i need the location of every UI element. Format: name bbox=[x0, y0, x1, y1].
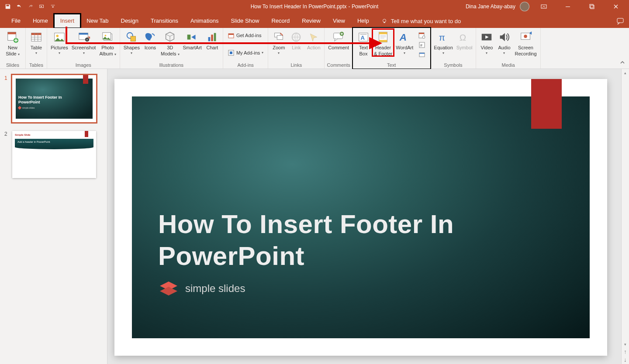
chevron-down-icon: ▾ bbox=[503, 51, 505, 55]
user-avatar[interactable] bbox=[520, 2, 529, 11]
svg-rect-17 bbox=[79, 33, 88, 35]
get-addins-button[interactable]: Get Add-ins bbox=[225, 31, 264, 40]
comment-button[interactable]: Comment bbox=[326, 29, 351, 51]
pictures-button[interactable]: Pictures▾ bbox=[49, 29, 70, 55]
slide-editor-pane[interactable]: How To Insert Footer In PowerPoint simpl… bbox=[107, 69, 621, 364]
maximize-button[interactable] bbox=[582, 0, 601, 13]
screen-recording-icon bbox=[519, 30, 533, 44]
tab-insert[interactable]: Insert bbox=[54, 14, 81, 28]
slide-logo[interactable]: simple slides bbox=[158, 280, 245, 297]
group-tables: Table ▾ Tables bbox=[26, 28, 47, 69]
3d-models-icon bbox=[163, 30, 177, 44]
redo-button[interactable] bbox=[25, 1, 36, 12]
svg-rect-40 bbox=[360, 34, 367, 34]
date-time-button[interactable] bbox=[416, 31, 428, 40]
slide-title-text[interactable]: How To Insert Footer In PowerPoint bbox=[158, 208, 454, 272]
text-box-button[interactable]: A Text Box bbox=[355, 29, 372, 56]
next-slide-button[interactable]: ⭣ bbox=[622, 356, 629, 364]
svg-rect-25 bbox=[187, 34, 191, 39]
collapse-ribbon-button[interactable] bbox=[619, 59, 626, 67]
svg-rect-42 bbox=[379, 32, 387, 34]
shapes-button[interactable]: Shapes▾ bbox=[122, 29, 142, 55]
slide-thumbnails-pane[interactable]: 1 How To Insert Footer In PowerPoint sim… bbox=[0, 69, 107, 364]
link-icon bbox=[289, 30, 303, 44]
tab-newtab[interactable]: New Tab bbox=[80, 14, 114, 28]
thumbnail-entry-2[interactable]: 2 Simple Slide Add a header in PowerPoin… bbox=[4, 131, 103, 178]
group-label-comments: Comments bbox=[327, 62, 350, 69]
svg-rect-54 bbox=[419, 53, 425, 54]
undo-button[interactable] bbox=[14, 1, 24, 12]
slide-thumbnail-2[interactable]: Simple Slide Add a header in PowerPoint bbox=[12, 131, 96, 178]
group-label-slides: Slides bbox=[6, 62, 19, 69]
prev-slide-button[interactable]: ⭡ bbox=[622, 348, 629, 356]
video-button[interactable]: Video▾ bbox=[478, 29, 495, 55]
group-addins: Get Add-ins My Add-ins ▾ Add-ins bbox=[223, 28, 268, 69]
svg-rect-3 bbox=[566, 7, 570, 7]
group-images: Pictures▾ Screenshot▾ Photo Album ▾ Imag… bbox=[47, 28, 120, 69]
scroll-up-button[interactable]: ▴ bbox=[622, 69, 629, 77]
start-from-beginning-button[interactable] bbox=[37, 1, 47, 12]
tab-view[interactable]: View bbox=[327, 14, 351, 28]
svg-rect-45 bbox=[380, 37, 386, 37]
tab-file[interactable]: File bbox=[5, 14, 27, 28]
scroll-track[interactable] bbox=[622, 77, 629, 340]
tab-slideshow[interactable]: Slide Show bbox=[225, 14, 265, 28]
lightbulb-icon bbox=[381, 18, 387, 24]
tab-review[interactable]: Review bbox=[296, 14, 327, 28]
header-footer-button[interactable]: Header & Footer bbox=[372, 29, 394, 56]
svg-rect-44 bbox=[380, 35, 386, 36]
svg-rect-26 bbox=[208, 37, 211, 41]
tab-design[interactable]: Design bbox=[115, 14, 145, 28]
tab-transitions[interactable]: Transitions bbox=[145, 14, 184, 28]
chevron-down-icon: ▾ bbox=[486, 51, 487, 55]
equation-icon: π bbox=[436, 30, 450, 44]
svg-point-22 bbox=[104, 34, 106, 36]
tab-record[interactable]: Record bbox=[265, 14, 296, 28]
3d-models-button[interactable]: 3D Models ▾ bbox=[159, 29, 181, 56]
chevron-down-icon: ▾ bbox=[278, 51, 280, 55]
zoom-button[interactable]: Zoom▾ bbox=[270, 29, 287, 55]
table-button[interactable]: Table ▾ bbox=[28, 29, 45, 55]
icons-button[interactable]: Icons bbox=[142, 29, 159, 51]
slide-thumbnail-1[interactable]: How To Insert Footer In PowerPoint simpl… bbox=[12, 75, 96, 122]
photo-album-button[interactable]: Photo Album ▾ bbox=[97, 29, 118, 56]
group-symbols: π Equation▾ Ω Symbol Symbols bbox=[430, 28, 476, 69]
ribbon-tabs: File Home Insert New Tab Design Transiti… bbox=[0, 13, 629, 28]
svg-rect-1 bbox=[51, 5, 55, 5]
group-slides: New Slide ▾ Slides bbox=[0, 28, 26, 69]
screenshot-icon bbox=[77, 30, 91, 44]
header-footer-icon bbox=[376, 30, 390, 44]
save-button[interactable] bbox=[3, 1, 13, 12]
object-button[interactable] bbox=[416, 50, 428, 59]
table-icon bbox=[29, 30, 43, 44]
group-label-links: Links bbox=[290, 62, 302, 69]
thumbnail-entry-1[interactable]: 1 How To Insert Footer In PowerPoint sim… bbox=[4, 75, 103, 122]
new-slide-button[interactable]: New Slide ▾ bbox=[2, 29, 24, 56]
vertical-scrollbar[interactable]: ▴ ▾ ⭡ ⭣ bbox=[621, 69, 629, 364]
svg-rect-24 bbox=[131, 36, 135, 41]
app-name: - PowerPoint bbox=[349, 3, 379, 10]
close-button[interactable] bbox=[606, 0, 626, 13]
slide-canvas[interactable]: How To Insert Footer In PowerPoint simpl… bbox=[114, 79, 607, 356]
scroll-down-button[interactable]: ▾ bbox=[622, 340, 629, 348]
qat-customize-button[interactable] bbox=[48, 1, 59, 12]
minimize-button[interactable] bbox=[558, 0, 577, 13]
equation-button[interactable]: π Equation▾ bbox=[432, 29, 454, 55]
my-addins-button[interactable]: My Add-ins ▾ bbox=[225, 48, 266, 58]
smartart-button[interactable]: SmartArt bbox=[181, 29, 204, 51]
slide-number-button[interactable]: # bbox=[416, 40, 428, 50]
screen-recording-button[interactable]: Screen Recording bbox=[513, 29, 538, 56]
audio-button[interactable]: Audio▾ bbox=[495, 29, 513, 55]
ribbon-display-button[interactable] bbox=[534, 0, 553, 13]
chevron-down-icon: ▾ bbox=[18, 52, 20, 56]
wordart-button[interactable]: A WordArt▾ bbox=[394, 29, 415, 55]
zoom-icon bbox=[272, 30, 286, 44]
title-bar: How To Insert Header In PowerPoint.pptx … bbox=[0, 0, 629, 13]
comments-pane-icon[interactable] bbox=[617, 17, 625, 25]
tab-home[interactable]: Home bbox=[27, 14, 54, 28]
tab-animations[interactable]: Animations bbox=[184, 14, 225, 28]
screenshot-button[interactable]: Screenshot▾ bbox=[70, 29, 98, 55]
tab-help[interactable]: Help bbox=[351, 14, 375, 28]
tell-me-search[interactable]: Tell me what you want to do bbox=[375, 18, 467, 28]
chart-button[interactable]: Chart bbox=[204, 29, 221, 51]
